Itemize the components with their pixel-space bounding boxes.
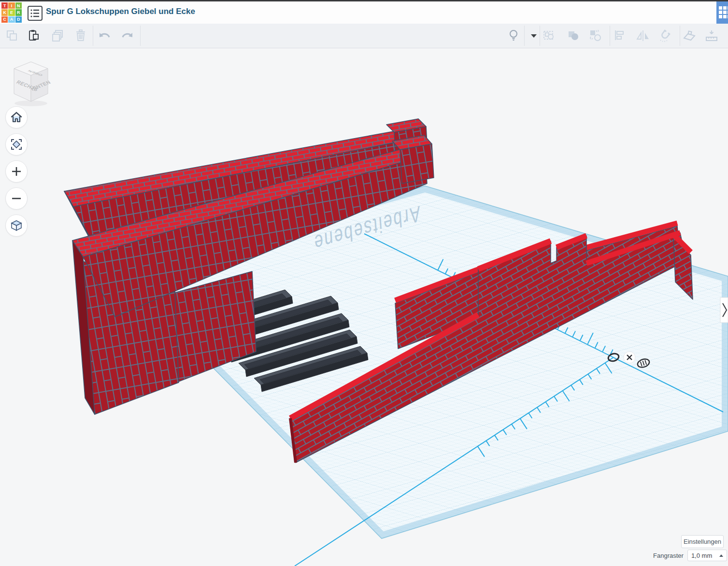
show-all-dropdown-caret[interactable] — [527, 28, 541, 43]
snap-grid-select[interactable]: 1,0 mm — [687, 550, 727, 561]
snap-magnet-icon[interactable] — [658, 28, 672, 43]
logo-cell: I — [8, 2, 14, 9]
undo-button[interactable] — [98, 28, 112, 43]
ruler-button[interactable] — [704, 28, 719, 43]
home-view-button[interactable] — [5, 106, 28, 128]
side-panel-collapse-tab[interactable] — [720, 297, 728, 323]
apps-panel-button[interactable] — [716, 1, 728, 24]
zoom-in-button[interactable] — [5, 160, 28, 183]
group-button[interactable] — [566, 28, 581, 43]
view-cube[interactable]: OBEN RECHTS HINTEN — [6, 57, 56, 107]
viewport-3d[interactable]: Arbeitsebene Millimeter — [0, 0, 728, 566]
logo-cell: N — [15, 2, 22, 9]
copy-button[interactable] — [5, 28, 19, 43]
ruler-close-button[interactable] — [624, 352, 635, 363]
logo-cell: R — [15, 9, 22, 15]
logo-cell: D — [15, 16, 22, 23]
ungroup-button[interactable] — [588, 28, 603, 43]
fit-view-button[interactable] — [5, 133, 28, 156]
align-button[interactable] — [613, 28, 627, 43]
fit-view-icon — [10, 138, 23, 151]
logo-cell: T — [1, 2, 8, 9]
list-icon — [29, 7, 42, 20]
logo-cell: A — [8, 16, 14, 23]
zoom-out-button[interactable] — [5, 187, 28, 210]
redo-button[interactable] — [120, 28, 134, 43]
snap-grid-label: Fangraster — [653, 552, 684, 559]
snap-grid-value: 1,0 mm — [691, 552, 712, 559]
logo-cell: E — [8, 9, 14, 15]
design-title[interactable]: Spur G Lokschuppen Giebel und Ecke — [46, 7, 195, 16]
toolbar — [0, 24, 728, 48]
show-all-button[interactable] — [506, 28, 521, 43]
workplane-button[interactable] — [682, 28, 697, 43]
logo-cell: K — [1, 9, 8, 15]
duplicate-button[interactable] — [51, 28, 65, 43]
snap-grid-row: Fangraster 1,0 mm — [653, 550, 727, 561]
caret-up-icon — [719, 554, 723, 557]
tinkercad-logo[interactable]: T I N K E R C A D — [1, 2, 22, 23]
select-group-icon[interactable] — [542, 28, 557, 43]
header-bar: T I N K E R C A D Spur G Lokschuppen Gie… — [0, 1, 728, 24]
settings-button[interactable]: Einstellungen — [681, 535, 724, 548]
cube-icon — [10, 219, 23, 232]
paste-button[interactable] — [27, 28, 41, 43]
delete-button[interactable] — [73, 28, 88, 43]
minus-icon — [11, 193, 22, 204]
plus-icon — [11, 166, 22, 177]
design-menu-button[interactable] — [28, 6, 43, 21]
logo-cell: C — [1, 16, 8, 23]
home-icon — [10, 111, 23, 124]
mirror-button[interactable] — [636, 28, 650, 43]
perspective-toggle-button[interactable] — [5, 214, 28, 237]
